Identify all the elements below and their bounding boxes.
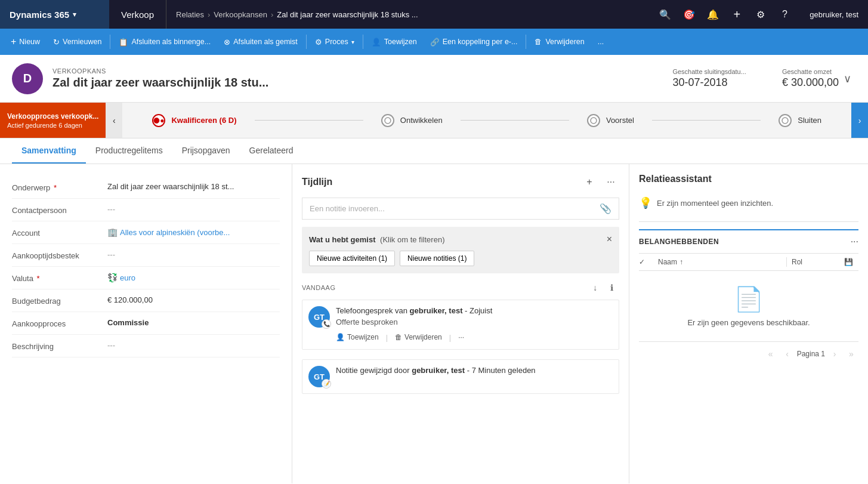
- assign-button[interactable]: 👤 Toewijzen: [366, 31, 423, 53]
- more-button[interactable]: ...: [592, 31, 610, 53]
- stage-label-1: Kwalificeren (6 D): [171, 116, 236, 125]
- missed-close-button[interactable]: ×: [607, 234, 612, 245]
- breadcrumb-item-2[interactable]: Verkoopkansen: [214, 10, 267, 19]
- email-link-button[interactable]: 🔗 Een koppeling per e-...: [424, 31, 524, 53]
- record-name: Zal dit jaar zeer waarschijnlijk 18 stu.…: [52, 76, 672, 90]
- col-name[interactable]: Naam ↑: [658, 258, 781, 266]
- email-link-label: Een koppeling per e-...: [443, 38, 518, 46]
- col-sep: [786, 257, 787, 267]
- field-beschrijving: Beschrijving ---: [12, 335, 280, 357]
- section-label-text: VANDAAG: [302, 284, 335, 291]
- stakeholders-empty: 📄 Er zijn geen gegevens beschikbaar.: [639, 271, 858, 341]
- field-onderwerp: Onderwerp * Zal dit jaar zeer waarschijn…: [12, 176, 280, 199]
- ti-assign-icon: 👤: [336, 333, 345, 341]
- tab-prijsopgaven-label: Prijsopgaven: [182, 146, 230, 155]
- stage-circle-1: [152, 114, 165, 127]
- activity-icon[interactable]: 🎯: [678, 4, 700, 25]
- process-sublabel: Actief gedurende 6 dagen: [7, 122, 98, 129]
- field-value-aankooptijdsbestek[interactable]: ---: [107, 250, 280, 259]
- rel-divider: [639, 221, 858, 222]
- delete-icon: 🗑: [535, 38, 542, 46]
- header-expand-button[interactable]: ∨: [839, 67, 856, 90]
- section-info-button[interactable]: ℹ: [605, 280, 619, 295]
- pagination-first-button[interactable]: «: [764, 347, 778, 361]
- avatar-initial: D: [23, 72, 32, 85]
- ti-assign-button[interactable]: 👤 Toewijzen: [336, 331, 379, 343]
- delete-button[interactable]: 🗑 Verwijderen: [529, 31, 590, 53]
- timeline-note-placeholder[interactable]: Een notitie invoeren...: [310, 204, 600, 213]
- help-icon[interactable]: ?: [774, 4, 795, 25]
- missed-buttons: Nieuwe activiteiten (1) Nieuwe notities …: [309, 251, 612, 266]
- required-star-onderwerp: *: [54, 183, 57, 192]
- more-label: ...: [598, 38, 604, 46]
- brand-chevron: ▾: [73, 11, 76, 19]
- pagination-last-button[interactable]: »: [844, 347, 858, 361]
- process-stage-voorstel[interactable]: Voorstel: [569, 114, 652, 127]
- missed-activities-button[interactable]: Nieuwe activiteiten (1): [309, 251, 395, 266]
- tab-prijsopgaven[interactable]: Prijsopgaven: [172, 138, 240, 164]
- stage-line-3: [652, 120, 761, 121]
- process-nav-right[interactable]: ›: [851, 103, 868, 138]
- ti-delete-button[interactable]: 🗑 Verwijderen: [395, 331, 442, 343]
- ti-delete-icon: 🗑: [395, 333, 402, 341]
- missed-box: Wat u hebt gemist (Klik om te filteren) …: [302, 227, 619, 273]
- search-icon[interactable]: 🔍: [654, 4, 676, 25]
- tab-gerelateerd[interactable]: Gerelateerd: [240, 138, 303, 164]
- breadcrumb-sep-2: ›: [271, 10, 273, 19]
- process-stage-sluiten[interactable]: Sluiten: [761, 114, 839, 127]
- field-value-contactpersoon[interactable]: ---: [107, 205, 280, 214]
- rel-assistant-text: Er zijn momenteel geen inzichten.: [657, 199, 773, 208]
- tab-samenvatting[interactable]: Samenvatting: [12, 138, 86, 164]
- tab-productregelitems[interactable]: Productregelitems: [86, 138, 172, 164]
- process-icon: ⚙: [315, 38, 322, 47]
- close-won-button[interactable]: 📋 Afsluiten als binnenge...: [113, 31, 217, 53]
- field-value-budgetbedrag[interactable]: € 120.000,00: [107, 295, 280, 304]
- settings-icon[interactable]: ⚙: [750, 4, 771, 25]
- refresh-icon: ↻: [53, 38, 60, 47]
- section-down-button[interactable]: ↓: [588, 280, 603, 295]
- stakeholders-more-button[interactable]: ···: [851, 236, 858, 247]
- timeline-more-button[interactable]: ···: [603, 174, 619, 190]
- refresh-button[interactable]: ↻ Vernieuwen: [47, 31, 107, 53]
- timeline-item-2: GT 📝 Notitie gewijzigd door gebruiker, t…: [302, 359, 619, 394]
- field-value-beschrijving[interactable]: ---: [107, 341, 280, 350]
- new-button[interactable]: + Nieuw: [5, 31, 46, 53]
- required-star-valuta: *: [37, 274, 40, 283]
- process-stage-kwalificeren[interactable]: Kwalificeren (6 D): [134, 114, 254, 127]
- field-value-valuta[interactable]: 💱 euro: [107, 273, 280, 282]
- missed-notes-button[interactable]: Nieuwe notities (1): [400, 251, 474, 266]
- pagination-next-button[interactable]: ›: [827, 347, 842, 361]
- add-icon[interactable]: +: [726, 4, 747, 25]
- timeline-title: Tijdlijn: [302, 177, 581, 187]
- process-stages: Kwalificeren (6 D) Ontwikkelen Voorstel …: [122, 114, 851, 127]
- account-link-icon: 🏢: [107, 227, 118, 237]
- record-header: D VERKOOPKANS Zal dit jaar zeer waarschi…: [0, 55, 868, 103]
- breadcrumb-item-1[interactable]: Relaties: [176, 10, 204, 19]
- stage-line-2: [461, 120, 569, 121]
- timeline-add-button[interactable]: +: [581, 174, 598, 190]
- stage-circle-4: [779, 114, 792, 127]
- pagination-prev-button[interactable]: ‹: [780, 347, 795, 361]
- process-label[interactable]: Verkoopproces verkoopk... Actief geduren…: [0, 103, 106, 138]
- missed-header: Wat u hebt gemist (Klik om te filteren) …: [309, 234, 612, 245]
- user-name[interactable]: gebruiker, test: [800, 10, 868, 19]
- field-value-account[interactable]: 🏢 Alles voor alpineskiën (voorbe...: [107, 227, 280, 237]
- process-button[interactable]: ⚙ Proces ▾: [309, 31, 360, 53]
- process-stage-ontwikkelen[interactable]: Ontwikkelen: [363, 114, 461, 127]
- close-lost-button[interactable]: ⊗ Afsluiten als gemist: [218, 31, 304, 53]
- field-value-onderwerp[interactable]: Zal dit jaar zeer waarschijnlijk 18 st..…: [107, 182, 280, 191]
- field-aankooptijdsbestek: Aankooptijdsbestek ---: [12, 244, 280, 267]
- ti-more-button[interactable]: ···: [458, 331, 464, 343]
- pagination-label: Pagina 1: [797, 350, 825, 358]
- dynamics-brand[interactable]: Dynamics 365 ▾: [0, 0, 109, 29]
- app-name[interactable]: Verkoop: [109, 0, 166, 29]
- assign-label: Toewijzen: [384, 38, 417, 46]
- process-nav-left[interactable]: ‹: [106, 103, 122, 138]
- field-value-aankoopproces[interactable]: Commissie: [107, 318, 280, 327]
- notification-icon[interactable]: 🔔: [702, 4, 724, 25]
- col-name-sort-icon: ↑: [679, 258, 683, 266]
- timeline-attach-icon[interactable]: 📎: [600, 203, 611, 214]
- col-name-label: Naam: [658, 258, 677, 266]
- breadcrumb-item-3: Zal dit jaar zeer waarschijnlijk 18 stuk…: [277, 10, 418, 19]
- close-won-label: Afsluiten als binnenge...: [131, 38, 211, 46]
